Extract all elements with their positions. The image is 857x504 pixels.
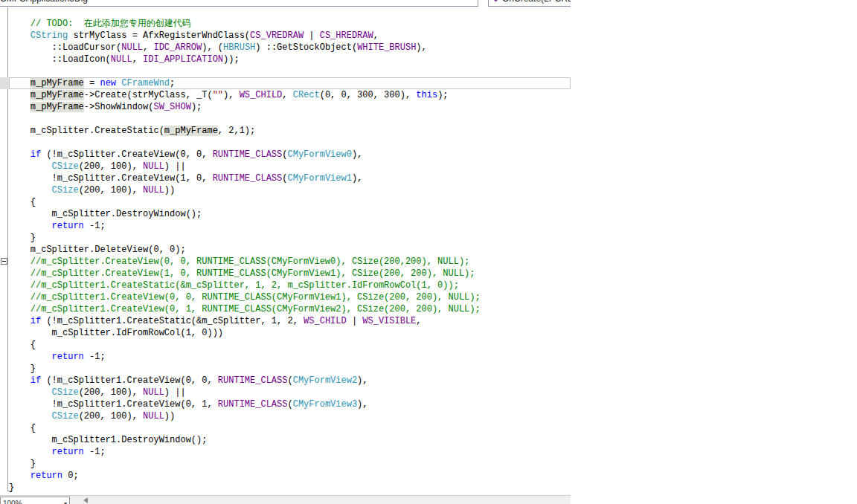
code-line[interactable]: {: [0, 196, 571, 208]
code-line-text: if (!m_cSplitter1.CreateView(0, 0, RUNTI…: [9, 375, 571, 387]
code-line[interactable]: CSize(200, 100), NULL)): [0, 184, 571, 196]
line-indicator-margin: [0, 232, 9, 244]
line-indicator-margin: [0, 339, 9, 351]
code-line[interactable]: //m_cSplitter1.CreateStatic(&m_cSplitter…: [0, 280, 571, 291]
code-line[interactable]: m_cSplitter1.DestroyWindow();: [0, 434, 571, 446]
code-line[interactable]: return -1;: [0, 220, 571, 232]
code-line[interactable]: m_cSplitter.DeleteView(0, 0);: [0, 244, 571, 256]
line-indicator-margin: [0, 89, 9, 101]
code-line[interactable]: m_pMyFrame = new CFrameWnd;: [0, 77, 571, 89]
code-line-text: CSize(200, 100), NULL)): [9, 410, 571, 422]
code-lines: // TODO: 在此添加您专用的创建代码 CString strMyClass…: [0, 18, 571, 494]
method-selector-label: OnCreate(LPCRE: [502, 0, 571, 4]
code-line-text: CString strMyClass = AfxRegisterWndClass…: [9, 30, 571, 42]
code-line[interactable]: return -1;: [0, 351, 571, 363]
code-line[interactable]: {: [0, 339, 571, 351]
code-line[interactable]: return 0;: [0, 470, 571, 482]
code-line-text: if (!m_cSplitter.CreateView(0, 0, RUNTIM…: [9, 149, 571, 161]
code-line-text: ::LoadIcon(NULL, IDI_APPLICATION));: [9, 54, 571, 65]
line-indicator-margin: [0, 172, 9, 184]
line-indicator-margin: [0, 161, 9, 172]
line-indicator-margin: [0, 280, 9, 291]
code-line-text: return -1;: [9, 446, 571, 458]
line-indicator-margin: [0, 387, 9, 398]
code-editor-pane: CMFCApplication5Dlg OnCreate(LPCRE // TO…: [0, 0, 571, 504]
code-line[interactable]: return -1;: [0, 446, 571, 458]
code-line[interactable]: }: [0, 458, 571, 470]
line-indicator-margin: [0, 303, 9, 315]
line-indicator-margin: [0, 30, 9, 42]
code-line[interactable]: ::LoadIcon(NULL, IDI_APPLICATION));: [0, 54, 571, 65]
scrollbar-left-arrow-icon[interactable]: [83, 497, 88, 503]
editor-zoom-label: 100%: [3, 500, 22, 504]
code-line-text: m_cSplitter1.DestroyWindow();: [9, 434, 571, 446]
line-indicator-margin: [0, 470, 9, 482]
code-line-text: }: [9, 458, 571, 470]
line-indicator-margin: [0, 244, 9, 256]
code-line[interactable]: !m_cSplitter1.CreateView(0, 1, RUNTIME_C…: [0, 398, 571, 410]
code-line-text: if (!m_cSplitter1.CreateStatic(&m_cSplit…: [9, 315, 571, 327]
editor-navigation-bar: CMFCApplication5Dlg OnCreate(LPCRE: [0, 0, 571, 7]
code-line-text: //m_cSplitter1.CreateView(0, 1, RUNTIME_…: [9, 303, 571, 315]
code-line[interactable]: // TODO: 在此添加您专用的创建代码: [0, 18, 571, 30]
line-indicator-margin: [0, 149, 9, 161]
code-line[interactable]: m_cSplitter.DestroyWindow();: [0, 208, 571, 220]
code-line[interactable]: m_pMyFrame->Create(strMyClass, _T(""), W…: [0, 89, 571, 101]
code-line-text: m_pMyFrame->Create(strMyClass, _T(""), W…: [9, 89, 571, 101]
code-line[interactable]: //m_cSplitter.CreateView(1, 0, RUNTIME_C…: [0, 268, 571, 280]
code-line[interactable]: [0, 137, 571, 149]
line-indicator-margin: [0, 77, 9, 89]
line-indicator-margin: [0, 458, 9, 470]
class-selector-dropdown[interactable]: CMFCApplication5Dlg: [0, 0, 478, 7]
method-icon: [492, 0, 500, 1]
code-line[interactable]: m_cSplitter.IdFromRowCol(1, 0))): [0, 327, 571, 339]
code-line-text: m_cSplitter.DestroyWindow();: [9, 208, 571, 220]
line-indicator-margin: [0, 375, 9, 387]
code-line[interactable]: CSize(200, 100), NULL) ||: [0, 387, 571, 398]
method-selector-dropdown[interactable]: OnCreate(LPCRE: [488, 0, 571, 7]
code-line[interactable]: }: [0, 363, 571, 375]
code-line[interactable]: {: [0, 422, 571, 434]
code-line[interactable]: if (!m_cSplitter.CreateView(0, 0, RUNTIM…: [0, 149, 571, 161]
code-line[interactable]: }: [0, 232, 571, 244]
code-line-text: // TODO: 在此添加您专用的创建代码: [9, 18, 571, 30]
code-line-text: [9, 113, 571, 125]
line-indicator-margin: [0, 208, 9, 220]
code-line[interactable]: //m_cSplitter1.CreateView(0, 1, RUNTIME_…: [0, 303, 571, 315]
code-line[interactable]: if (!m_cSplitter1.CreateStatic(&m_cSplit…: [0, 315, 571, 327]
code-line-text: CSize(200, 100), NULL) ||: [9, 161, 571, 172]
code-line-text: }: [9, 482, 571, 494]
code-line[interactable]: CSize(200, 100), NULL)): [0, 410, 571, 422]
code-line-text: [9, 137, 571, 149]
code-text-area[interactable]: // TODO: 在此添加您专用的创建代码 CString strMyClass…: [0, 7, 571, 495]
code-line-text: {: [9, 422, 571, 434]
code-line[interactable]: !m_cSplitter.CreateView(1, 0, RUNTIME_CL…: [0, 172, 571, 184]
line-indicator-margin: [0, 256, 9, 268]
code-line[interactable]: ::LoadCursor(NULL, IDC_ARROW), (HBRUSH) …: [0, 42, 571, 54]
line-indicator-margin: [0, 125, 9, 137]
code-line-text: //m_cSplitter.CreateView(1, 0, RUNTIME_C…: [9, 268, 571, 280]
code-line-text: CSize(200, 100), NULL)): [9, 184, 571, 196]
code-line-text: //m_cSplitter1.CreateView(0, 0, RUNTIME_…: [9, 291, 571, 303]
code-line-text: !m_cSplitter.CreateView(1, 0, RUNTIME_CL…: [9, 172, 571, 184]
code-line[interactable]: CString strMyClass = AfxRegisterWndClass…: [0, 30, 571, 42]
editor-zoom-dropdown[interactable]: 100% ▾: [0, 497, 70, 504]
line-indicator-margin: [0, 101, 9, 113]
line-indicator-margin: [0, 65, 9, 77]
code-line-text: }: [9, 363, 571, 375]
code-line[interactable]: //m_cSplitter.CreateView(0, 0, RUNTIME_C…: [0, 256, 571, 268]
code-line[interactable]: m_cSplitter.CreateStatic(m_pMyFrame, 2,1…: [0, 125, 571, 137]
code-line[interactable]: [0, 65, 571, 77]
line-indicator-margin: [0, 220, 9, 232]
code-line[interactable]: //m_cSplitter1.CreateView(0, 0, RUNTIME_…: [0, 291, 571, 303]
code-line[interactable]: [0, 113, 571, 125]
code-line[interactable]: }: [0, 482, 571, 494]
line-indicator-margin: [0, 434, 9, 446]
horizontal-scrollbar-track[interactable]: [92, 497, 571, 504]
code-line-text: return 0;: [9, 470, 571, 482]
code-line-text: ::LoadCursor(NULL, IDC_ARROW), (HBRUSH) …: [9, 42, 571, 54]
code-line[interactable]: m_pMyFrame->ShowWindow(SW_SHOW);: [0, 101, 571, 113]
code-line[interactable]: CSize(200, 100), NULL) ||: [0, 161, 571, 172]
code-line[interactable]: if (!m_cSplitter1.CreateView(0, 0, RUNTI…: [0, 375, 571, 387]
line-indicator-margin: [0, 184, 9, 196]
